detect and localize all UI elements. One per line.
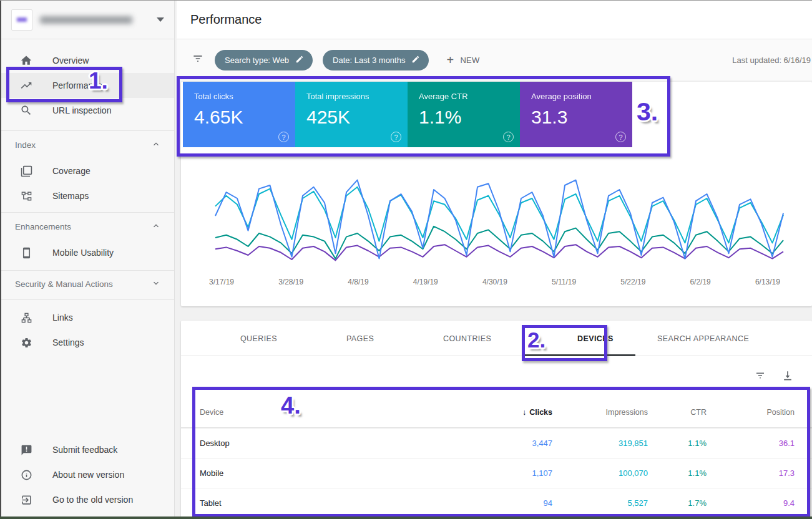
search-type-chip[interactable]: Search type: Web [215,50,313,70]
sidebar-item-label: URL inspection [52,105,111,115]
screenshot-bottom-edge [0,517,812,519]
sidebar-item-url-inspection[interactable]: URL inspection [1,98,174,123]
search-icon [20,104,32,117]
property-name-blurred [40,16,132,24]
sidebar-item-label: Mobile Usability [52,248,114,258]
table-row-mobile[interactable]: Mobile 1,107 100,070 1.1% 17.3 [181,458,812,488]
tab-devices[interactable]: DEVICES [577,321,614,356]
table-header-row: Device ↓Clicks Impressions CTR Position [181,397,812,428]
sidebar-item-settings[interactable]: Settings [1,330,174,355]
x-tick: 4/8/19 [348,278,368,286]
metric-label: Total clicks [194,92,295,101]
metric-value: 31.3 [531,107,632,128]
metric-value: 4.65K [194,107,295,128]
metric-label: Average position [531,92,632,101]
performance-icon [20,79,32,92]
col-header-position[interactable]: Position [707,408,795,417]
tab-queries[interactable]: QUERIES [240,321,277,356]
total-clicks-card[interactable]: Total clicks 4.65K ? [183,82,295,147]
devices-table: Device ↓Clicks Impressions CTR Position … [181,397,812,518]
metric-value: 425K [306,107,408,128]
sort-descending-icon: ↓ [522,408,526,417]
chart-x-axis: 3/17/19 3/28/19 4/8/19 4/19/19 4/30/19 5… [209,278,780,286]
sidebar-section-enhancements[interactable]: Enhancements [1,213,174,240]
filter-icon[interactable] [191,52,205,67]
x-tick: 5/22/19 [620,278,645,286]
table-row-desktop[interactable]: Desktop 3,447 319,851 1.1% 36.1 [181,428,812,458]
filter-bar: Search type: Web Date: Last 3 months + N… [177,39,812,80]
tab-countries[interactable]: COUNTRIES [443,321,491,356]
sitemaps-icon [20,190,32,202]
total-impressions-card[interactable]: Total impressions 425K ? [295,82,408,147]
sidebar-item-label: About new version [52,470,124,480]
site-logo [11,9,32,31]
col-header-impressions[interactable]: Impressions [552,408,648,417]
x-tick: 6/13/19 [755,278,780,286]
sidebar-item-label: Sitemaps [52,191,89,201]
col-header-clicks[interactable]: ↓Clicks [459,408,552,417]
chevron-up-icon [152,221,160,232]
tab-search-appearance[interactable]: SEARCH APPEARANCE [657,321,749,356]
caret-down-icon [157,17,164,22]
sidebar-item-label: Links [52,313,73,323]
pencil-icon [295,55,304,65]
sidebar-item-links[interactable]: Links [1,305,174,330]
performance-line-chart [215,177,783,264]
average-ctr-card[interactable]: Average CTR 1.1% ? [408,82,520,147]
exit-icon [20,493,32,506]
page-title: Performance [177,12,262,27]
sidebar-item-mobile-usability[interactable]: Mobile Usability [1,240,174,265]
new-filter-button[interactable]: + NEW [446,53,479,67]
x-tick: 4/19/19 [413,278,438,286]
help-icon[interactable]: ? [503,132,514,142]
sidebar-item-label: Submit feedback [52,445,117,455]
sidebar-item-overview[interactable]: Overview [1,48,174,73]
table-row-tablet[interactable]: Tablet 94 5,527 1.7% 9.4 [181,488,812,518]
sidebar-item-submit-feedback[interactable]: Submit feedback [1,437,174,462]
dimension-tabs: QUERIES PAGES COUNTRIES DEVICES SEARCH A… [181,321,812,356]
feedback-icon [20,444,32,456]
col-header-ctr[interactable]: CTR [648,408,707,417]
gear-icon [20,336,32,349]
col-header-device[interactable]: Device [181,408,459,417]
help-icon[interactable]: ? [615,132,626,142]
download-icon[interactable] [781,369,795,382]
search-console-app: Overview Performance URL inspection Inde… [0,0,812,519]
coverage-icon [20,165,32,177]
property-selector[interactable] [1,1,174,39]
help-icon[interactable]: ? [278,132,289,142]
sidebar-item-label: Performance [52,80,102,90]
tab-pages[interactable]: PAGES [346,321,374,356]
x-tick: 3/17/19 [209,278,234,286]
sidebar-item-label: Coverage [52,166,90,176]
table-filter-icon[interactable] [753,369,767,382]
sidebar-item-sitemaps[interactable]: Sitemaps [1,183,174,208]
help-icon[interactable]: ? [391,132,401,142]
x-tick: 6/2/19 [690,278,710,286]
pencil-icon [411,55,420,65]
links-icon [20,311,32,324]
main-header: Performance [177,1,812,39]
sidebar-item-about-new-version[interactable]: About new version [1,462,174,487]
sidebar-item-performance[interactable]: Performance [1,73,174,98]
metric-value: 1.1% [419,107,520,128]
chevron-up-icon [152,140,160,150]
sidebar-item-label: Go to the old version [52,495,133,505]
chevron-down-icon [152,279,160,289]
plus-icon: + [446,53,454,67]
mobile-icon [20,246,32,259]
sidebar-section-index[interactable]: Index [1,131,174,158]
sidebar-item-go-to-old-version[interactable]: Go to the old version [1,487,174,512]
average-position-card[interactable]: Average position 31.3 ? [520,82,632,147]
sidebar-item-label: Settings [52,337,84,347]
performance-chart-panel: Total clicks 4.65K ? Total impressions 4… [181,82,812,306]
info-icon [20,468,32,481]
sidebar-section-security[interactable]: Security & Manual Actions [1,271,174,299]
home-icon [20,54,32,67]
dimensions-table-panel: QUERIES PAGES COUNTRIES DEVICES SEARCH A… [181,321,812,519]
x-tick: 3/28/19 [278,278,303,286]
metric-label: Total impressions [306,92,408,101]
date-range-chip[interactable]: Date: Last 3 months [323,50,429,70]
selected-tab-underline [525,354,635,356]
sidebar-item-coverage[interactable]: Coverage [1,158,174,183]
